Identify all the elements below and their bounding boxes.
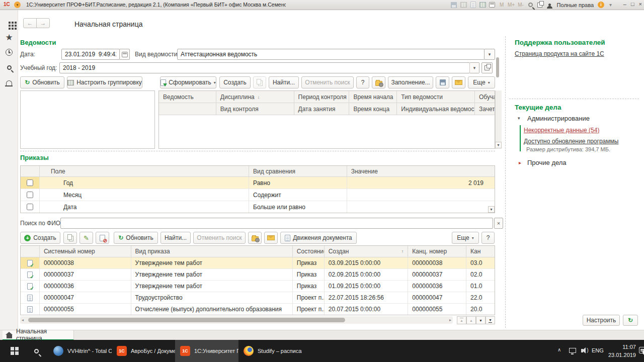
column-header[interactable]: Вид сравнения (249, 166, 347, 177)
invalid-data-link[interactable]: Некорректные данные (54) (524, 127, 599, 134)
refresh-button[interactable]: ↻Обновить (20, 76, 64, 88)
column-header[interactable]: Дата занятия (294, 103, 350, 115)
other-group-label[interactable]: Прочие дела (527, 159, 567, 166)
refresh-orders-button[interactable]: ↻Обновить (114, 232, 158, 244)
column-header[interactable]: Зачет (475, 103, 495, 115)
column-header[interactable]: Канц. номер (408, 246, 466, 257)
split-view-icon[interactable] (536, 1, 544, 9)
column-header[interactable]: Поле (40, 166, 249, 177)
grouping-listbox[interactable] (20, 90, 155, 149)
configure-desktop-button[interactable]: Настроить (583, 315, 620, 326)
table-row[interactable]: 000000038 Утверждение тем работ Приказ 0… (21, 257, 495, 269)
filter-checkbox[interactable] (27, 192, 33, 198)
clock[interactable]: 11:0723.01.2019 (606, 343, 636, 359)
column-header[interactable]: Индивидуальная ведомость (397, 103, 475, 115)
go-next-button[interactable]: ▼ (476, 316, 486, 324)
favorites-icon[interactable]: ★ (4, 32, 14, 42)
action-center-icon[interactable]: 3 (639, 347, 644, 355)
network-icon[interactable] (569, 347, 576, 354)
column-header[interactable]: Кан (466, 246, 495, 257)
filter-row[interactable]: Дата Больше или равно (21, 201, 495, 213)
memory-m-button[interactable]: M (498, 1, 506, 9)
edit-order-button[interactable]: ✎ (79, 232, 93, 244)
filter-checkbox[interactable] (27, 204, 33, 210)
orders-more-button[interactable]: Еще▾ (452, 232, 479, 244)
calc-icon[interactable] (478, 1, 487, 9)
column-header[interactable]: Вид контроля (216, 103, 294, 115)
column-header[interactable]: Тип ведомости (397, 91, 475, 103)
history-icon[interactable] (4, 47, 14, 57)
refresh-desktop-button[interactable]: ↻ (623, 315, 638, 326)
column-header[interactable]: Время начала (349, 91, 397, 103)
send-mail-button[interactable] (452, 76, 465, 88)
orders-hscrollbar[interactable]: ◂ ▸ (20, 316, 453, 324)
sheet-kind-input[interactable] (177, 49, 485, 60)
table-row[interactable]: 000000047 Трудоустройство Проект п... 22… (21, 292, 495, 304)
column-header[interactable]: Создан↑ (325, 246, 409, 257)
info-icon[interactable] (597, 1, 605, 9)
other-expand-icon[interactable]: ▸ (519, 160, 521, 165)
delete-order-button[interactable] (96, 232, 109, 244)
prikazy-filter-table[interactable]: Поле Вид сравнения Значение Год Равно 2 … (20, 165, 495, 213)
taskbar-app-totalcmd[interactable]: VVHitrin^ - Total C... (48, 340, 112, 362)
filter-checkbox[interactable] (27, 179, 33, 186)
product-page-link[interactable]: Страница продукта на сайте 1С (515, 50, 604, 57)
save-icon[interactable] (450, 1, 458, 9)
minimize-button[interactable]: – (623, 1, 626, 7)
taskbar-app-university[interactable]: 1С 1С:Университет П... (175, 340, 238, 362)
info-caret-icon[interactable]: ▾ (606, 1, 615, 9)
nav-back-button[interactable]: ← (23, 18, 37, 28)
hscroll-thumb[interactable] (28, 318, 345, 322)
column-header[interactable] (159, 103, 216, 115)
admin-group-label[interactable]: Администрирование (527, 115, 590, 122)
column-header[interactable]: Дисциплина↓ (216, 91, 294, 103)
document-movements-button[interactable]: Движения документа (280, 232, 357, 244)
orders-table[interactable]: Системный номер Вид приказа Состояние Со… (20, 245, 495, 315)
update-available-link[interactable]: Доступно обновление программы (524, 138, 618, 145)
fio-search-input[interactable] (60, 218, 493, 229)
find-button[interactable]: Найти... (269, 76, 299, 88)
school-year-open-button[interactable] (481, 62, 493, 73)
create-sheet-button[interactable]: Создать (219, 76, 251, 88)
go-last-button[interactable]: ▼ (486, 316, 495, 324)
scroll-left-icon[interactable]: ◂ (22, 318, 24, 322)
nav-forward-button[interactable]: → (36, 18, 50, 28)
copy-order-button[interactable] (63, 232, 77, 244)
scroll-down-icon[interactable]: ▼ (488, 206, 495, 213)
column-header[interactable]: Время конца (349, 103, 397, 115)
go-first-button[interactable]: ▲ (457, 316, 466, 324)
zoom-icon[interactable] (526, 1, 535, 9)
column-header[interactable]: Ведомость (159, 91, 216, 103)
school-year-input[interactable] (59, 62, 470, 73)
column-header[interactable]: Состояние (293, 246, 325, 257)
order-settings-button[interactable] (248, 232, 262, 244)
calendar-icon[interactable] (488, 1, 497, 9)
table-row[interactable]: 000000055 Отчисление (выпуск) дополнител… (21, 304, 495, 315)
create-order-button[interactable]: Создать (20, 232, 60, 244)
print-icon[interactable] (459, 1, 468, 9)
more-button[interactable]: Еще▾ (468, 76, 495, 88)
date-picker-button[interactable] (119, 49, 130, 60)
vedomosti-table[interactable]: Ведомость Дисциплина↓ Период контроля Вр… (158, 90, 495, 149)
main-menu-icon[interactable]: ▾ (14, 2, 21, 8)
sections-menu-icon[interactable] (4, 17, 14, 27)
language-indicator[interactable]: ENG (592, 347, 604, 353)
column-header[interactable]: Обуча (475, 91, 495, 103)
fill-button[interactable]: Заполнение... (388, 76, 433, 88)
orders-help-button[interactable]: ? (481, 232, 495, 244)
tab-home[interactable]: Начальная страница (3, 330, 74, 340)
close-button[interactable]: × (639, 1, 642, 7)
form-scrollbar[interactable] (496, 57, 499, 77)
column-header[interactable]: Значение (347, 166, 495, 177)
maximize-button[interactable]: □ (631, 1, 634, 7)
fio-clear-button[interactable]: × (494, 218, 503, 229)
tray-expand-icon[interactable]: ∧ (557, 347, 561, 352)
find-order-button[interactable]: Найти... (160, 232, 191, 244)
column-header[interactable]: Вид приказа (131, 246, 293, 257)
report-settings-button[interactable] (372, 76, 385, 88)
save-report-button[interactable] (436, 76, 449, 88)
notifications-icon[interactable] (4, 77, 14, 87)
sheet-kind-dropdown[interactable]: ▾ (484, 49, 495, 60)
admin-expand-icon[interactable]: ▾ (518, 116, 520, 121)
volume-icon[interactable] (581, 347, 583, 354)
